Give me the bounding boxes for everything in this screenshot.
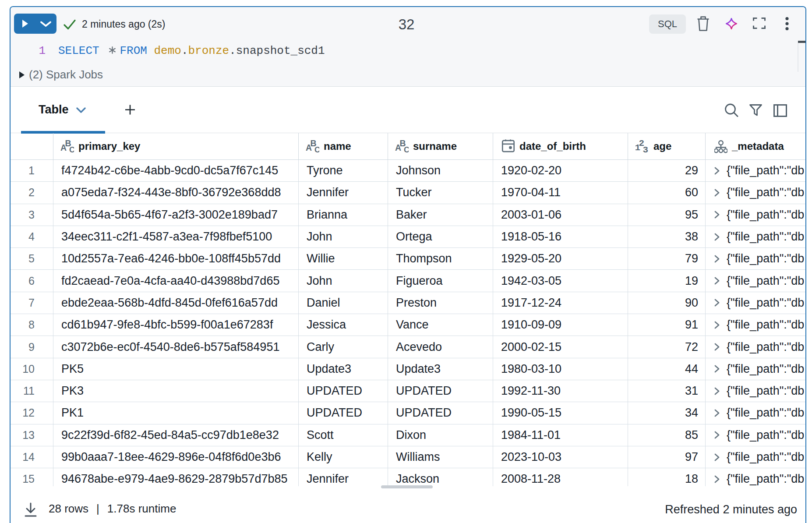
svg-text:C: C (314, 145, 319, 154)
svg-text:C: C (69, 145, 74, 154)
svg-text:C: C (404, 145, 409, 154)
svg-text:3: 3 (643, 145, 649, 154)
